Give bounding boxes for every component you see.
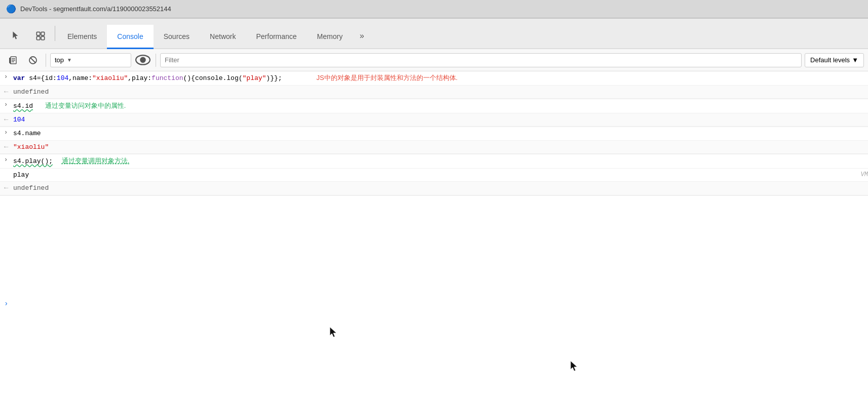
tab-performance[interactable]: Performance [246,25,307,49]
tab-sources[interactable]: Sources [154,25,200,49]
block-button[interactable] [24,52,42,69]
expand-arrow-5[interactable]: › [4,129,13,136]
code-s4play: s4.play(); [13,157,53,165]
console-entry-7: › s4.play(); 通过变量调用对象方法. [0,154,868,169]
tab-memory[interactable]: Memory [307,25,353,49]
default-levels-button[interactable]: Default levels ▼ [805,53,864,67]
console-entry-1: › var s4={id:104,name:"xiaoliu",play:fun… [0,71,868,86]
clear-console-button[interactable] [4,52,21,69]
annotation-3: 通过变量访问对象中的属性. [45,102,126,109]
inspect-tool-button[interactable] [28,24,53,48]
svg-rect-1 [41,32,45,35]
console-entry-2: ← undefined [0,86,868,99]
favicon: 🔵 [6,4,16,14]
return-arrow-6: ← [4,142,13,151]
return-arrow-2: ← [4,87,13,96]
arrow-8: › [4,170,13,178]
devtools-panel: Elements Console Sources Network Perform… [0,18,868,412]
return-arrow-9: ← [4,183,13,192]
console-entry-8: › play VM [0,169,868,182]
toolbar-divider-2 [156,54,156,67]
title-bar: 🔵 DevTools - segmentfault.com/a/11900000… [0,0,868,18]
code-s4name: s4.name [13,130,41,137]
context-arrow: ▼ [67,57,72,63]
console-toolbar: top ▼ Default levels ▼ [0,49,868,71]
svg-rect-0 [36,32,40,35]
svg-rect-3 [41,36,45,40]
return-val-6: "xiaoliu" [13,143,49,151]
console-output: › var s4={id:104,name:"xiaoliu",play:fun… [0,71,868,412]
console-entry-3: › s4.id 通过变量访问对象中的属性. [0,99,868,113]
annotation-red-1: JS中的对象是用于封装属性和方法的一个结构体. [316,74,458,81]
more-tabs-button[interactable]: » [353,24,371,48]
context-selector[interactable]: top ▼ [50,53,131,67]
svg-point-12 [140,58,145,62]
toolbar-divider-1 [46,54,46,67]
return-arrow-4: ← [4,115,13,123]
return-val-4: 104 [13,116,25,123]
tab-console[interactable]: Console [107,25,153,49]
expand-arrow-3[interactable]: › [4,101,13,108]
console-input-line: › [0,195,868,413]
filter-input[interactable] [160,53,802,67]
console-entry-5: › s4.name [0,127,868,141]
console-entry-6: ← "xiaoliu" [0,141,868,154]
vm-indicator: VM [861,170,868,179]
code-line-1: var s4={id:104,name:"xiaoliu",play:funct… [13,74,286,82]
svg-rect-2 [36,36,40,40]
annotation-7: 通过变量调用对象方法. [62,157,130,164]
tab-divider [55,26,55,41]
live-expressions-button[interactable] [134,52,152,69]
console-entry-4: ← 104 [0,113,868,127]
tab-elements[interactable]: Elements [57,25,107,49]
svg-line-10 [30,58,35,63]
return-val-2: undefined [13,88,49,96]
console-entry-9: ← undefined [0,182,868,195]
code-s4id: s4.id [13,102,33,110]
output-play: play [13,171,29,179]
console-caret: › [4,300,8,308]
levels-arrow: ▼ [852,56,858,64]
expand-arrow-7[interactable]: › [4,156,13,163]
window-title: DevTools - segmentfault.com/a/1190000023… [20,5,171,13]
tab-network[interactable]: Network [200,25,246,49]
cursor-tool-button[interactable] [4,24,28,48]
return-val-9: undefined [13,184,49,192]
expand-arrow-1[interactable]: › [4,73,13,80]
tabs-bar: Elements Console Sources Network Perform… [0,19,868,49]
